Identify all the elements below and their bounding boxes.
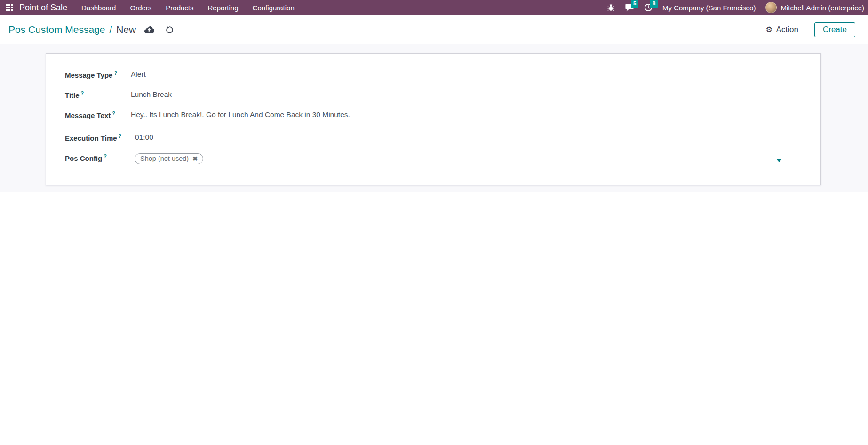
top-navbar: Point of Sale Dashboard Orders Products … — [0, 0, 868, 15]
action-menu-button[interactable]: ⚙ Action — [765, 25, 798, 34]
help-icon: ? — [81, 90, 84, 96]
form-sheet: Message Type? Alert Title? Lunch Break M… — [46, 53, 821, 185]
breadcrumb-separator: / — [109, 24, 112, 35]
nav-item-products[interactable]: Products — [166, 4, 193, 12]
field-label-message-text: Message Text? — [65, 111, 131, 119]
breadcrumb-current: New — [116, 24, 136, 35]
save-cloud-icon[interactable] — [144, 25, 154, 34]
form-row-message-text: Message Text? Hey.. Its Lunch Break!. Go… — [65, 111, 802, 120]
company-switcher[interactable]: My Company (San Francisco) — [662, 4, 756, 12]
messages-count-badge: 5 — [631, 0, 638, 8]
main-menu: Dashboard Orders Products Reporting Conf… — [81, 4, 295, 12]
activities-count-badge: 8 — [650, 0, 658, 8]
tag-remove-icon[interactable]: ✖ — [192, 156, 198, 162]
create-button[interactable]: Create — [814, 22, 855, 37]
control-panel: Pos Custom Message / New ⚙ Action Create — [0, 15, 868, 44]
apps-menu-icon[interactable] — [6, 4, 13, 11]
field-label-execution-time: Execution Time? — [65, 133, 131, 142]
field-label-title: Title? — [65, 90, 131, 99]
form-row-execution-time: Execution Time? 01:00 — [65, 133, 802, 143]
messages-icon[interactable]: 5 — [625, 3, 634, 12]
form-row-pos-config: Pos Config? Shop (not used) ✖ — [65, 153, 802, 164]
activities-clock-icon[interactable]: 8 — [644, 3, 653, 12]
app-name[interactable]: Point of Sale — [19, 3, 67, 13]
text-cursor — [205, 154, 205, 163]
execution-time-field[interactable]: 01:00 — [131, 133, 153, 142]
message-text-field[interactable]: Hey.. Its Lunch Break!. Go for Lunch And… — [131, 111, 350, 119]
form-row-message-type: Message Type? Alert — [65, 70, 802, 79]
breadcrumb: Pos Custom Message / New — [8, 24, 174, 35]
field-label-pos-config: Pos Config? — [65, 153, 131, 162]
nav-item-configuration[interactable]: Configuration — [253, 4, 295, 12]
action-label: Action — [776, 25, 798, 34]
form-row-title: Title? Lunch Break — [65, 90, 802, 100]
message-type-field[interactable]: Alert — [131, 70, 146, 79]
user-name: Mitchell Admin (enterprice) — [780, 4, 864, 12]
pos-config-tag[interactable]: Shop (not used) ✖ — [135, 153, 203, 164]
debug-bug-icon[interactable] — [607, 4, 615, 12]
help-icon: ? — [114, 70, 117, 76]
nav-item-dashboard[interactable]: Dashboard — [81, 4, 116, 12]
field-label-message-type: Message Type? — [65, 70, 131, 79]
help-icon: ? — [104, 153, 107, 159]
user-avatar — [765, 2, 777, 13]
help-icon: ? — [112, 111, 115, 116]
pos-config-field[interactable]: Shop (not used) ✖ — [131, 153, 802, 164]
tag-label: Shop (not used) — [140, 155, 189, 162]
form-view-background: Message Type? Alert Title? Lunch Break M… — [0, 44, 868, 192]
title-field[interactable]: Lunch Break — [131, 90, 172, 99]
user-menu[interactable]: Mitchell Admin (enterprice) — [765, 2, 864, 13]
dropdown-caret-icon[interactable] — [776, 159, 782, 162]
discard-undo-icon[interactable] — [165, 25, 174, 34]
nav-item-reporting[interactable]: Reporting — [208, 4, 239, 12]
nav-item-orders[interactable]: Orders — [130, 4, 151, 12]
gear-icon: ⚙ — [765, 26, 772, 33]
breadcrumb-root-link[interactable]: Pos Custom Message — [8, 24, 105, 35]
help-icon: ? — [119, 133, 122, 139]
